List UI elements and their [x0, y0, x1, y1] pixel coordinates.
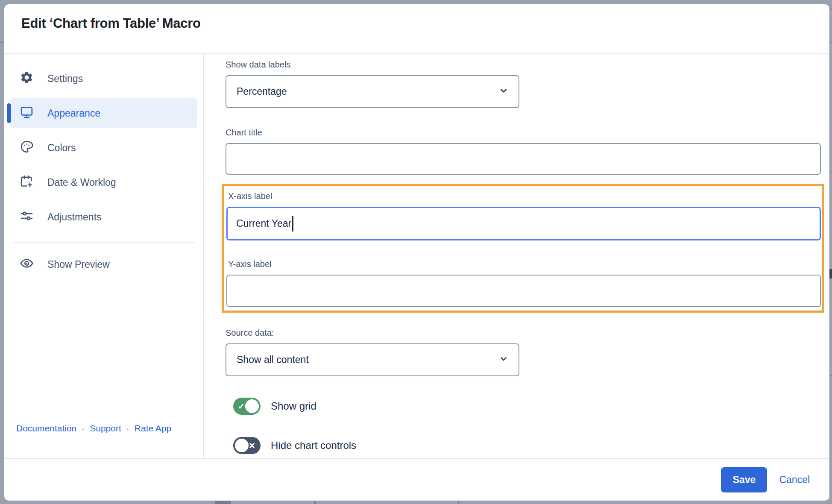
sidebar-item-colors[interactable]: Colors — [10, 133, 197, 163]
chart-title-input[interactable] — [226, 143, 821, 175]
axis-labels-highlight-group: X-axis label Current Year Y-axis label — [222, 184, 824, 313]
y-axis-input[interactable] — [226, 275, 821, 307]
toggle-knob — [245, 399, 259, 413]
hide-chart-controls-toggle[interactable]: ✕ — [233, 437, 261, 454]
check-icon: ✓ — [238, 402, 245, 410]
backdrop-artifact — [829, 42, 832, 43]
source-data-label: Source data: — [226, 328, 829, 338]
backdrop-artifact — [829, 9, 832, 10]
link-separator: · — [126, 423, 129, 434]
dialog-header: Edit ‘Chart from Table’ Macro — [4, 4, 829, 54]
x-axis-label: X-axis label — [228, 191, 822, 201]
backdrop-artifact — [215, 501, 231, 504]
gear-icon — [20, 70, 34, 87]
x-axis-input[interactable]: Current Year — [226, 207, 821, 240]
hide-chart-controls-row: ✕ Hide chart controls — [233, 437, 829, 454]
sliders-icon — [20, 209, 34, 226]
edit-macro-dialog: Edit ‘Chart from Table’ Macro Settings A… — [4, 4, 829, 501]
show-grid-label: Show grid — [271, 400, 316, 412]
sidebar-divider — [13, 242, 195, 243]
sidebar-item-label: Adjustments — [47, 211, 102, 223]
y-axis-label: Y-axis label — [228, 259, 822, 269]
link-separator: · — [82, 423, 85, 434]
sidebar-item-label: Settings — [47, 73, 83, 85]
sidebar-item-label: Appearance — [47, 108, 100, 119]
cross-icon: ✕ — [249, 442, 255, 450]
show-grid-row: ✓ Show grid — [233, 398, 829, 415]
sidebar-footer-links: Documentation · Support · Rate App — [10, 423, 197, 458]
calendar-plus-icon — [20, 174, 34, 191]
monitor-icon — [20, 105, 34, 122]
source-data-select[interactable]: Show all content — [226, 343, 519, 376]
text-cursor — [292, 216, 293, 231]
show-grid-toggle[interactable]: ✓ — [233, 398, 261, 415]
sidebar-item-adjustments[interactable]: Adjustments — [10, 202, 197, 232]
dialog-footer: Save Cancel — [4, 458, 829, 501]
sidebar-item-show-preview[interactable]: Show Preview — [10, 249, 197, 279]
support-link[interactable]: Support — [90, 423, 121, 434]
save-button[interactable]: Save — [721, 467, 767, 492]
sidebar-item-label: Date & Worklog — [47, 177, 116, 188]
screen: Edit ‘Chart from Table’ Macro Settings A… — [0, 0, 832, 504]
dialog-title: Edit ‘Chart from Table’ Macro — [21, 16, 812, 31]
show-data-labels-select[interactable]: Percentage — [226, 75, 519, 108]
toggle-knob — [235, 439, 249, 452]
appearance-panel: Show data labels Percentage Chart title … — [204, 54, 829, 458]
backdrop-artifact — [829, 172, 832, 173]
palette-icon — [20, 140, 34, 156]
sidebar-item-label: Colors — [47, 142, 76, 154]
backdrop-artifact — [314, 501, 316, 504]
chevron-down-icon — [498, 353, 509, 367]
sidebar-item-appearance[interactable]: Appearance — [10, 98, 197, 128]
sidebar-item-settings[interactable]: Settings — [10, 64, 197, 94]
x-axis-value: Current Year — [236, 218, 291, 229]
backdrop-artifact — [829, 269, 832, 278]
sidebar: Settings Appearance Colors — [4, 54, 204, 458]
cancel-button[interactable]: Cancel — [779, 474, 810, 486]
show-data-labels-value: Percentage — [237, 86, 287, 97]
eye-icon — [20, 256, 34, 273]
chart-title-label: Chart title — [226, 128, 829, 138]
rate-app-link[interactable]: Rate App — [135, 423, 171, 434]
backdrop-artifact — [0, 42, 4, 43]
sidebar-item-label: Show Preview — [47, 259, 110, 270]
sidebar-item-date-worklog[interactable]: Date & Worklog — [10, 167, 197, 197]
backdrop-artifact — [458, 501, 459, 504]
source-data-value: Show all content — [237, 354, 309, 366]
hide-chart-controls-label: Hide chart controls — [271, 440, 356, 451]
show-data-labels-label: Show data labels — [226, 60, 829, 70]
documentation-link[interactable]: Documentation — [16, 423, 76, 434]
chevron-down-icon — [498, 85, 509, 99]
backdrop-artifact — [829, 375, 832, 376]
